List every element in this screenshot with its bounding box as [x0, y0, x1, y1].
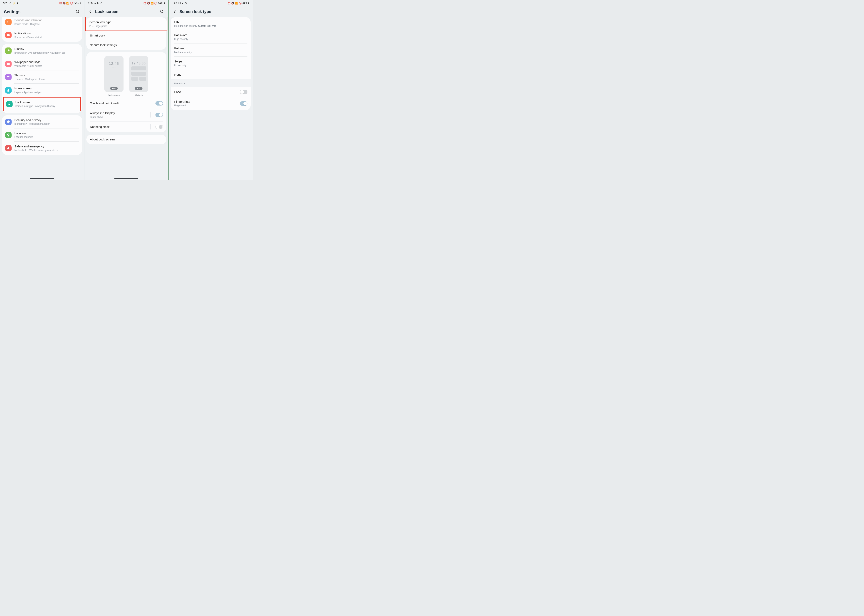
row-title: Screen lock type	[90, 20, 164, 24]
settings-item-wallpaper[interactable]: Wallpaper and style Wallpapers • Color p…	[2, 57, 82, 71]
row-title: Sounds and vibration	[14, 18, 79, 22]
row-sub: Registered	[174, 104, 237, 107]
settings-item-homescreen[interactable]: Home screen Layout • App icon badges	[2, 83, 82, 97]
page-title: Lock screen	[95, 9, 157, 14]
status-battery: 64%	[242, 2, 247, 5]
status-time: 9:28	[3, 2, 8, 5]
toggle-switch[interactable]	[156, 125, 163, 129]
toggle-switch[interactable]	[156, 113, 163, 117]
svg-point-13	[161, 10, 163, 13]
page-title: Screen lock type	[179, 9, 249, 14]
svg-rect-2	[7, 34, 9, 36]
settings-item-themes[interactable]: Themes Themes • Wallpapers • Icons	[2, 71, 82, 83]
preview-lockscreen[interactable]: 12:45 •••• EDIT	[104, 56, 124, 92]
back-icon[interactable]	[88, 9, 93, 14]
status-battery: 64%	[74, 2, 79, 5]
row-title: Wallpaper and style	[14, 60, 79, 64]
search-icon[interactable]	[76, 9, 80, 14]
row-sub: Themes • Wallpapers • Icons	[14, 78, 79, 81]
locktype-password[interactable]: Password High security	[171, 30, 250, 44]
gesture-bar[interactable]	[114, 178, 138, 179]
status-icons-right: ⏰ 🔇 📶 🚫	[59, 2, 73, 5]
row-sub: Layout • App icon badges	[14, 91, 79, 94]
row-title: Face	[174, 90, 237, 94]
row-sub: Location requests	[14, 136, 79, 139]
toggle-switch[interactable]	[240, 101, 247, 106]
settings-item-display[interactable]: Display Brightness • Eye comfort shield …	[2, 44, 82, 57]
search-icon[interactable]	[160, 9, 164, 14]
row-title: None	[174, 72, 247, 77]
preview-label: Widgets	[129, 94, 148, 96]
highlight-lock-screen: Lock screen Screen lock type • Always On…	[3, 97, 81, 111]
row-sub: Medium security	[174, 51, 247, 54]
preview-widgets[interactable]: 12:45:36 EDIT	[129, 56, 148, 92]
locktype-pattern[interactable]: Pattern Medium security	[171, 44, 250, 57]
status-bar: 9:28 ⊖ ⚡ 🌡 ⏰ 🔇 📶 🚫 64% ▮	[0, 0, 84, 5]
lock-icon	[6, 101, 13, 107]
toggle-switch[interactable]	[156, 101, 163, 105]
row-title: Touch and hold to edit	[90, 101, 153, 105]
row-sub: Brightness • Eye comfort shield • Naviga…	[14, 52, 79, 55]
lockscreen-item-secure[interactable]: Secure lock settings	[87, 40, 167, 50]
lockscreen-item-smartlock[interactable]: Smart Lock	[87, 31, 167, 40]
row-sub: Medium-high security, Current lock type	[174, 25, 247, 28]
svg-line-14	[163, 12, 164, 13]
row-title: Smart Lock	[90, 33, 163, 38]
gesture-bar[interactable]	[30, 178, 54, 179]
settings-item-location[interactable]: Location Location requests	[2, 129, 82, 141]
edit-button[interactable]: EDIT	[135, 87, 142, 90]
row-title: PIN	[174, 20, 247, 24]
settings-item-safety[interactable]: Safety and emergency Medical info • Wire…	[2, 141, 82, 155]
speaker-icon	[5, 19, 12, 25]
biometric-face[interactable]: Face	[171, 87, 250, 97]
row-sub: High security	[174, 38, 247, 41]
status-battery: 64%	[158, 2, 163, 5]
row-title: Secure lock settings	[90, 43, 163, 47]
row-title: Display	[14, 47, 79, 51]
highlight-screen-lock-type: Screen lock type PIN, Fingerprints	[85, 17, 168, 31]
toggle-roaming-clock[interactable]: Roaming clock	[87, 121, 167, 132]
about-lockscreen[interactable]: About Lock screen	[87, 135, 167, 144]
home-icon	[5, 87, 12, 94]
toggle-switch[interactable]	[240, 90, 247, 94]
biometrics-label: Biometrics	[171, 79, 250, 87]
settings-item-security[interactable]: Security and privacy Biometrics • Permis…	[2, 115, 82, 129]
svg-line-1	[78, 13, 79, 13]
battery-icon: ▮	[248, 2, 249, 5]
settings-item-sounds[interactable]: Sounds and vibration Sound mode • Ringto…	[2, 17, 82, 28]
row-sub: Screen lock type • Always On Display	[15, 105, 77, 108]
locktype-none[interactable]: None	[171, 70, 250, 79]
row-sub: Biometrics • Permission manager	[14, 123, 79, 126]
svg-rect-11	[9, 104, 10, 105]
locktype-swipe[interactable]: Swipe No security	[171, 57, 250, 70]
settings-item-lockscreen[interactable]: Lock screen Screen lock type • Always On…	[4, 97, 80, 111]
status-bar: 9:28 ▲ 🖼 ⊖ • ⏰ 🔇 📶 🚫 64% ▮	[84, 0, 168, 5]
back-icon[interactable]	[173, 9, 177, 14]
edit-button[interactable]: EDIT	[110, 87, 118, 90]
svg-rect-8	[7, 63, 9, 65]
toggle-touch-hold[interactable]: Touch and hold to edit	[87, 98, 167, 108]
preview-time: 12:45	[109, 62, 119, 66]
page-title: Settings	[4, 9, 73, 14]
row-title: Security and privacy	[14, 118, 79, 122]
row-sub: Sound mode • Ringtone	[14, 23, 79, 26]
svg-point-3	[8, 50, 9, 51]
row-title: Password	[174, 33, 247, 37]
widget-placeholder	[139, 77, 146, 81]
row-title: Safety and emergency	[14, 145, 79, 148]
row-sub: Wallpapers • Color palette	[14, 64, 79, 68]
row-sub: Medical info • Wireless emergency alerts	[14, 149, 79, 152]
settings-item-notifications[interactable]: Notifications Status bar • Do not distur…	[2, 28, 82, 42]
preview-time: 12:45:36	[132, 62, 146, 65]
shield-icon	[5, 119, 12, 125]
battery-icon: ▮	[79, 2, 81, 5]
row-sub: Status bar • Do not disturb	[14, 36, 79, 39]
status-icons-left: ▲ 🖼 ⊖ •	[94, 2, 104, 5]
toggle-always-on[interactable]: Always On Display Tap to show	[87, 108, 167, 121]
row-title: Location	[14, 131, 79, 135]
lockscreen-item-type[interactable]: Screen lock type PIN, Fingerprints	[86, 17, 167, 30]
locktype-pin[interactable]: PIN Medium-high security, Current lock t…	[171, 17, 250, 30]
biometric-fingerprints[interactable]: Fingerprints Registered	[171, 97, 250, 110]
svg-rect-9	[7, 76, 9, 77]
status-icons-right: ⏰ 🔇 📶 🚫	[143, 2, 157, 5]
